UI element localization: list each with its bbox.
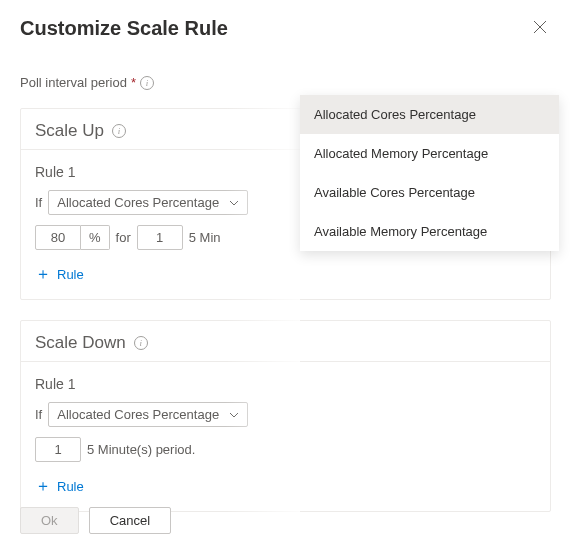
scale-down-rule-1: Rule 1 If Allocated Cores Percentage 5 M…	[21, 362, 550, 511]
metric-dropdown-value: Allocated Cores Percentage	[57, 407, 219, 422]
chevron-down-icon	[229, 197, 239, 208]
scale-down-header: Scale Down i	[21, 321, 550, 362]
threshold-input[interactable]	[35, 225, 81, 250]
duration-input[interactable]	[35, 437, 81, 462]
metric-dropdown-value: Allocated Cores Percentage	[57, 195, 219, 210]
plus-icon: ＋	[35, 264, 51, 285]
if-label: If	[35, 407, 42, 422]
rule-duration-row: 5 Minute(s) period.	[35, 437, 536, 462]
dialog-title: Customize Scale Rule	[20, 17, 228, 40]
threshold-unit: %	[81, 225, 110, 250]
dropdown-option[interactable]: Allocated Memory Percentage	[300, 134, 559, 173]
period-text: 5 Min	[189, 230, 221, 245]
info-icon[interactable]: i	[140, 76, 154, 90]
metric-dropdown[interactable]: Allocated Cores Percentage	[48, 190, 248, 215]
metric-dropdown-list: Allocated Cores Percentage Allocated Mem…	[300, 95, 559, 251]
scale-up-title: Scale Up	[35, 121, 104, 141]
dialog-header: Customize Scale Rule	[0, 0, 571, 53]
for-label: for	[116, 230, 131, 245]
dropdown-option[interactable]: Available Cores Percentage	[300, 173, 559, 212]
add-rule-label: Rule	[57, 479, 84, 494]
threshold-input-group: %	[35, 225, 110, 250]
close-icon	[533, 20, 547, 37]
close-button[interactable]	[529, 16, 551, 41]
dropdown-option[interactable]: Allocated Cores Percentage	[300, 95, 559, 134]
chevron-down-icon	[229, 409, 239, 420]
cancel-button[interactable]: Cancel	[89, 507, 171, 534]
dialog-footer: Ok Cancel	[20, 507, 171, 534]
add-rule-button[interactable]: ＋ Rule	[35, 260, 84, 289]
duration-input[interactable]	[137, 225, 183, 250]
info-icon[interactable]: i	[112, 124, 126, 138]
if-label: If	[35, 195, 42, 210]
required-marker: *	[131, 75, 136, 90]
ok-button[interactable]: Ok	[20, 507, 79, 534]
poll-interval-label: Poll interval period	[20, 75, 127, 90]
dropdown-option[interactable]: Available Memory Percentage	[300, 212, 559, 251]
poll-interval-row: Poll interval period * i	[20, 75, 551, 90]
rule-condition-row: If Allocated Cores Percentage	[35, 402, 536, 427]
period-text: 5 Minute(s) period.	[87, 442, 195, 457]
rule-title: Rule 1	[35, 376, 536, 392]
plus-icon: ＋	[35, 476, 51, 497]
metric-dropdown[interactable]: Allocated Cores Percentage	[48, 402, 248, 427]
add-rule-button[interactable]: ＋ Rule	[35, 472, 84, 501]
info-icon[interactable]: i	[134, 336, 148, 350]
scale-down-title: Scale Down	[35, 333, 126, 353]
add-rule-label: Rule	[57, 267, 84, 282]
scale-down-section: Scale Down i Rule 1 If Allocated Cores P…	[20, 320, 551, 512]
